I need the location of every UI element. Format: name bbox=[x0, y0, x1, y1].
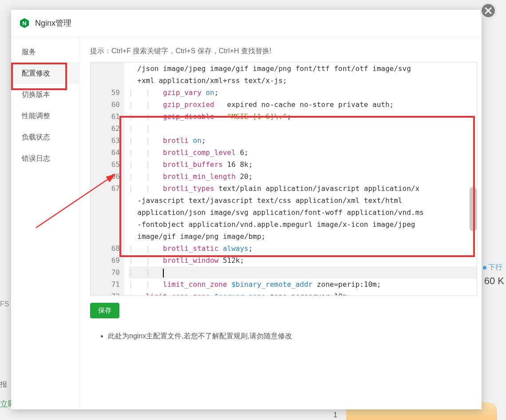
close-button[interactable] bbox=[480, 3, 496, 19]
sidebar-item-label: 服务 bbox=[22, 48, 36, 55]
svg-text:N: N bbox=[22, 20, 26, 27]
bg-one: 1 bbox=[333, 411, 337, 419]
sidebar-item-label: 错误日志 bbox=[22, 155, 50, 162]
annotation-box-editor bbox=[119, 116, 475, 257]
bg-report: 报 bbox=[0, 380, 7, 389]
nginx-manager-modal: N Nginx管理 服务 配置修改 切换版本 性能调整 负载状态 错误日志 提示… bbox=[11, 10, 482, 409]
editor-hint: 提示：Ctrl+F 搜索关键字，Ctrl+S 保存，Ctrl+H 查找替换! bbox=[90, 47, 477, 56]
sidebar-item-load-status[interactable]: 负载状态 bbox=[11, 127, 79, 148]
nginx-icon: N bbox=[19, 18, 30, 28]
tip-item: 此处为nginx主配置文件,若您不了解配置规则,请勿随意修改 bbox=[108, 332, 477, 341]
bg-downlink-value: 60 K bbox=[484, 275, 504, 287]
bg-fs: FS bbox=[0, 300, 9, 308]
sidebar-item-label: 负载状态 bbox=[22, 133, 50, 141]
close-icon bbox=[484, 7, 492, 15]
bg-downlink-label: 下行 bbox=[483, 263, 502, 272]
svg-line-2 bbox=[36, 174, 115, 228]
footer-tips: 此处为nginx主配置文件,若您不了解配置规则,请勿随意修改 bbox=[90, 332, 477, 341]
main-pane: 提示：Ctrl+F 搜索关键字，Ctrl+S 保存，Ctrl+H 查找替换! 5… bbox=[79, 37, 482, 410]
save-button[interactable]: 保存 bbox=[90, 303, 119, 318]
sidebar-item-service[interactable]: 服务 bbox=[11, 41, 79, 63]
sidebar-item-label: 性能调整 bbox=[22, 112, 50, 119]
sidebar-item-label: 切换版本 bbox=[22, 91, 50, 98]
modal-titlebar: N Nginx管理 bbox=[11, 10, 482, 37]
modal-title: Nginx管理 bbox=[35, 18, 71, 28]
annotation-arrow bbox=[31, 166, 119, 232]
annotation-box-sidebar bbox=[11, 63, 67, 90]
sidebar-item-performance[interactable]: 性能调整 bbox=[11, 105, 79, 127]
